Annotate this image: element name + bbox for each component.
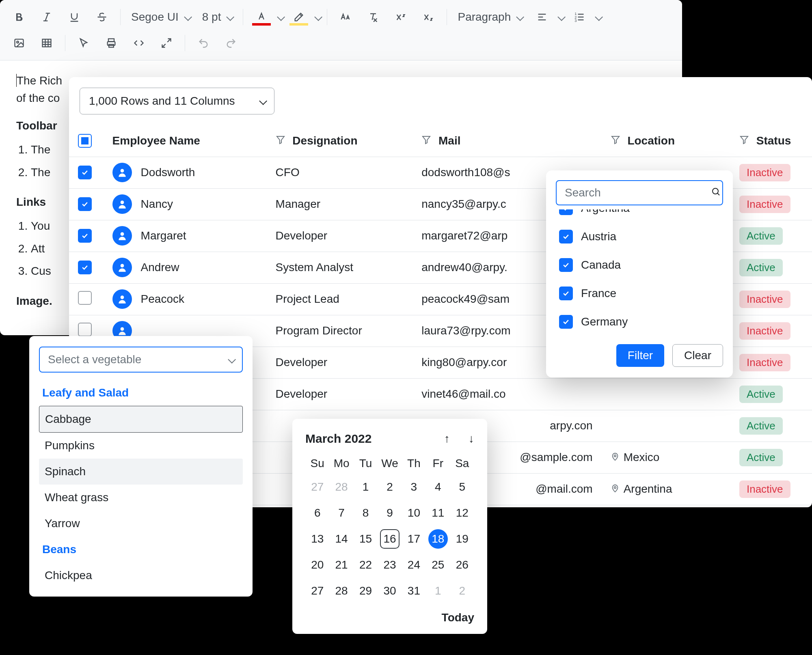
calendar-day[interactable]: 20	[308, 555, 327, 575]
calendar-day[interactable]: 31	[404, 581, 423, 601]
calendar-day[interactable]: 16	[380, 529, 400, 549]
vegetable-option[interactable]: Cabbage	[39, 406, 243, 433]
calendar-day[interactable]: 13	[308, 529, 327, 549]
numbered-list-dropdown[interactable]	[595, 11, 601, 24]
bold-button[interactable]	[7, 7, 31, 27]
insert-image-button[interactable]	[7, 33, 31, 53]
calendar-day[interactable]: 17	[404, 529, 423, 549]
highlight-color-dropdown[interactable]	[315, 11, 320, 24]
calendar-day[interactable]: 8	[356, 503, 376, 523]
calendar-prev-button[interactable]: ↑	[444, 432, 450, 445]
font-color-button[interactable]	[250, 7, 273, 27]
calendar-today-button[interactable]: Today	[305, 604, 474, 624]
calendar-day[interactable]: 29	[356, 581, 376, 601]
row-checkbox[interactable]	[78, 229, 92, 243]
row-checkbox[interactable]	[78, 291, 92, 305]
calendar-day[interactable]: 7	[332, 503, 351, 523]
calendar-day[interactable]: 6	[308, 503, 327, 523]
filter-checkbox[interactable]	[559, 258, 573, 272]
vegetable-select[interactable]: Select a vegetable	[39, 347, 243, 373]
calendar-day[interactable]: 1	[428, 581, 448, 601]
column-header-name[interactable]: Employee Name	[112, 134, 200, 147]
calendar-day[interactable]: 22	[356, 555, 376, 575]
filter-icon[interactable]	[276, 135, 285, 144]
font-size-select[interactable]: 8 pt	[198, 7, 237, 27]
filter-option[interactable]: France	[556, 279, 723, 308]
change-case-button[interactable]	[334, 7, 357, 27]
calendar-day[interactable]: 21	[332, 555, 351, 575]
insert-table-button[interactable]	[35, 33, 58, 53]
filter-search-input[interactable]	[564, 186, 711, 200]
vegetable-option[interactable]: Wheat grass	[39, 485, 243, 511]
row-checkbox[interactable]	[78, 323, 92, 336]
font-family-select[interactable]: Segoe UI	[127, 7, 194, 27]
calendar-day[interactable]: 24	[404, 555, 423, 575]
select-all-checkbox[interactable]	[78, 134, 92, 148]
column-header-designation[interactable]: Designation	[292, 134, 357, 147]
filter-icon[interactable]	[421, 135, 431, 144]
vegetable-option[interactable]: Yarrow	[39, 511, 243, 536]
column-header-status[interactable]: Status	[756, 134, 791, 147]
calendar-day[interactable]: 28	[332, 581, 351, 601]
calendar-next-button[interactable]: ↓	[469, 432, 474, 445]
calendar-day[interactable]: 27	[308, 581, 327, 601]
row-checkbox[interactable]	[78, 166, 92, 179]
calendar-day[interactable]: 4	[428, 477, 448, 497]
calendar-day[interactable]: 28	[332, 477, 351, 497]
filter-apply-button[interactable]: Filter	[616, 344, 664, 367]
numbered-list-button[interactable]: 123	[568, 7, 591, 27]
underline-button[interactable]	[63, 7, 86, 27]
calendar-day[interactable]: 27	[308, 477, 327, 497]
filter-search-box[interactable]	[556, 180, 723, 205]
calendar-day[interactable]: 30	[380, 581, 400, 601]
vegetable-option[interactable]: Pumpkins	[39, 433, 243, 459]
clear-formatting-button[interactable]	[361, 7, 385, 27]
calendar-day[interactable]: 11	[428, 503, 448, 523]
calendar-day[interactable]: 10	[404, 503, 423, 523]
row-checkbox[interactable]	[78, 261, 92, 274]
strikethrough-button[interactable]	[90, 7, 114, 27]
filter-checkbox[interactable]	[559, 315, 573, 329]
filter-icon[interactable]	[611, 135, 620, 144]
calendar-day[interactable]: 5	[452, 477, 472, 497]
filter-option[interactable]: Austria	[556, 222, 723, 251]
calendar-day[interactable]: 26	[452, 555, 472, 575]
filter-checkbox[interactable]	[559, 209, 573, 215]
calendar-day[interactable]: 1	[356, 477, 376, 497]
calendar-day[interactable]: 12	[452, 503, 472, 523]
calendar-day[interactable]: 9	[380, 503, 400, 523]
calendar-day[interactable]: 2	[452, 581, 472, 601]
filter-option[interactable]: Germany	[556, 308, 723, 336]
redo-button[interactable]	[219, 33, 243, 53]
filter-clear-button[interactable]: Clear	[672, 344, 723, 367]
code-view-button[interactable]	[127, 33, 151, 53]
cursor-button[interactable]	[72, 33, 95, 53]
undo-button[interactable]	[192, 33, 215, 53]
row-checkbox[interactable]	[78, 197, 92, 211]
vegetable-option[interactable]: Chickpea	[39, 562, 243, 588]
filter-checkbox[interactable]	[559, 230, 573, 243]
font-color-dropdown[interactable]	[277, 11, 283, 24]
filter-icon[interactable]	[739, 135, 749, 144]
calendar-day[interactable]: 25	[428, 555, 448, 575]
column-header-mail[interactable]: Mail	[438, 134, 460, 147]
calendar-day[interactable]: 23	[380, 555, 400, 575]
subscript-button[interactable]	[417, 7, 440, 27]
filter-option[interactable]: Argentina	[556, 209, 723, 222]
column-header-location[interactable]: Location	[627, 134, 675, 147]
calendar-title[interactable]: March 2022	[305, 432, 371, 446]
calendar-day[interactable]: 14	[332, 529, 351, 549]
italic-button[interactable]	[35, 7, 58, 27]
filter-checkbox[interactable]	[559, 287, 573, 300]
filter-option[interactable]: Canada	[556, 251, 723, 279]
calendar-day[interactable]: 18	[428, 529, 448, 549]
alignment-dropdown[interactable]	[558, 11, 564, 24]
paragraph-style-select[interactable]: Paragraph	[454, 7, 526, 27]
calendar-day[interactable]: 19	[452, 529, 472, 549]
fullscreen-button[interactable]	[155, 33, 178, 53]
alignment-button[interactable]	[530, 7, 554, 27]
calendar-day[interactable]: 15	[356, 529, 376, 549]
calendar-day[interactable]: 3	[404, 477, 423, 497]
calendar-day[interactable]: 2	[380, 477, 400, 497]
print-button[interactable]	[99, 33, 123, 53]
